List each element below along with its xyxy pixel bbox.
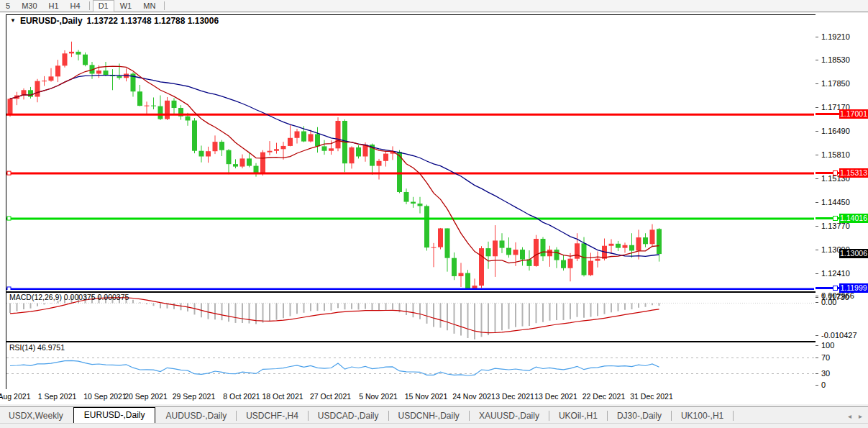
- tab-eurusd-daily[interactable]: EURUSD-,Daily: [73, 407, 156, 424]
- price-tick-mark: [816, 60, 818, 60]
- tab-dj30-daily[interactable]: DJ30-,Daily: [608, 409, 670, 424]
- rsi-pane[interactable]: [6, 342, 816, 391]
- date-label: 31 Dec 2021: [630, 392, 673, 401]
- macd-label: MACD(12,26,9) 0.000375 0.000375: [9, 293, 129, 301]
- chart-symbol-label: EURUSD-,Daily: [20, 16, 83, 26]
- price-tick: 1.19210: [821, 32, 850, 41]
- tab-usdcnh-daily[interactable]: USDCNH-,Daily: [390, 409, 468, 424]
- price-tick-mark: [816, 37, 818, 37]
- timeframe-button-mn[interactable]: MN: [137, 0, 161, 12]
- price-tick: 1.12410: [821, 269, 850, 278]
- toolbar-separator: [89, 1, 90, 10]
- tab-scroll-arrows: ◂▸: [848, 412, 868, 424]
- macd-tick-mark: [816, 302, 818, 303]
- hline-price-label: 1.11999: [839, 283, 868, 293]
- price-tick: 1.17850: [821, 79, 850, 88]
- main-price-pane[interactable]: [6, 14, 816, 292]
- tab-separator: [469, 411, 470, 421]
- date-label: 1 Sep 2021: [38, 392, 77, 401]
- rsi-canvas[interactable]: [6, 342, 814, 388]
- price-tick: 1.16490: [821, 127, 850, 135]
- tab-separator: [733, 411, 734, 421]
- tab-scroll-right-icon[interactable]: ▸: [859, 412, 862, 420]
- tab-separator: [388, 411, 389, 421]
- tab-usdx-weekly[interactable]: USDX,Weekly: [0, 409, 72, 424]
- tab-uk100-h1[interactable]: UK100-,H1: [672, 409, 732, 424]
- date-label: 10 Sep 2021: [83, 392, 127, 401]
- rsi-tick: 70: [821, 353, 830, 362]
- rsi-tick-mark: [816, 385, 818, 386]
- tab-usdcad-daily[interactable]: USDCAD-,Daily: [309, 409, 388, 424]
- price-tick-mark: [816, 202, 818, 203]
- timeframe-button-5[interactable]: 5: [0, 0, 16, 12]
- date-label: 15 Nov 2021: [405, 392, 448, 401]
- date-axis[interactable]: 23 Aug 20211 Sep 202110 Sep 202120 Sep 2…: [0, 389, 868, 404]
- rsi-tick-mark: [816, 345, 818, 346]
- price-tick-mark: [816, 178, 818, 179]
- chart-dropdown-icon[interactable]: ▼: [10, 17, 16, 24]
- rsi-label: RSI(14) 46.9751: [9, 343, 65, 352]
- toolbar-separator: [164, 1, 165, 10]
- rsi-tick-mark: [816, 358, 818, 358]
- price-tick-mark: [816, 297, 818, 298]
- rsi-tick: 0: [821, 381, 826, 389]
- date-label: 8 Oct 2021: [223, 392, 260, 401]
- tab-ukoil-h1[interactable]: UKOil-,H1: [550, 409, 606, 424]
- date-label: 24 Nov 2021: [452, 392, 495, 401]
- timeframe-button-m30[interactable]: M30: [16, 0, 42, 12]
- tab-separator: [308, 411, 309, 421]
- tab-usdchf-h4[interactable]: USDCHF-,H4: [237, 409, 307, 424]
- macd-tick-mark: [816, 335, 818, 336]
- rsi-tick: 30: [821, 369, 830, 378]
- price-tick-mark: [816, 226, 818, 227]
- chart-window: ▼ EURUSD-,Daily 1.13722 1.13748 1.12788 …: [0, 13, 868, 404]
- price-tick: 1.15810: [821, 150, 850, 159]
- hline-handle[interactable]: [833, 170, 838, 176]
- date-label: 29 Sep 2021: [173, 392, 216, 401]
- tab-separator: [671, 411, 672, 421]
- tab-audusd-daily[interactable]: AUDUSD-,Daily: [157, 409, 235, 424]
- price-tick-mark: [816, 131, 818, 132]
- timeframe-button-h4[interactable]: H4: [65, 0, 86, 12]
- rsi-tick: 100: [821, 341, 834, 350]
- status-bar: [0, 423, 868, 428]
- price-tick-mark: [816, 250, 818, 250]
- date-label: 20 Sep 2021: [124, 392, 168, 401]
- tab-separator: [549, 411, 549, 421]
- candlestick-canvas[interactable]: [6, 15, 814, 290]
- hline-handle[interactable]: [833, 286, 838, 291]
- price-scale[interactable]: 1.192101.185301.178501.171701.164901.158…: [816, 13, 868, 404]
- tab-separator: [607, 411, 608, 421]
- chart-tabs-bar: USDX,WeeklyEURUSD-,DailyAUDUSD-,DailyUSD…: [0, 406, 868, 424]
- date-label: 18 Oct 2021: [262, 392, 303, 401]
- chart-ohlc-values: 1.13722 1.13748 1.12788 1.13006: [87, 16, 219, 26]
- price-tick: 1.13770: [821, 222, 850, 230]
- hline-price-label: 1.17001: [839, 109, 868, 119]
- current-price-label: 1.13006: [839, 249, 868, 258]
- timeframe-button-d1[interactable]: D1: [93, 0, 114, 12]
- timeframe-toolbar: 5M30H1H4D1W1MN: [0, 0, 868, 12]
- price-tick: 1.14450: [821, 198, 850, 206]
- price-tick-mark: [816, 273, 818, 274]
- date-label: 23 Aug 2021: [0, 392, 30, 401]
- tab-scroll-left-icon[interactable]: ◂: [848, 412, 851, 420]
- date-label: 3 Dec 2021: [495, 392, 534, 401]
- date-label: 22 Dec 2021: [583, 392, 626, 401]
- hline-price-label: 1.15313: [839, 168, 868, 178]
- macd-tick-mark: [816, 296, 818, 296]
- hline-handle[interactable]: [833, 216, 838, 221]
- chart-title: ▼ EURUSD-,Daily 1.13722 1.13748 1.12788 …: [10, 16, 219, 26]
- timeframe-button-w1[interactable]: W1: [114, 0, 138, 12]
- tab-xauusd-daily[interactable]: XAUUSD-,Daily: [470, 409, 548, 424]
- price-tick-mark: [816, 155, 818, 155]
- tab-separator: [236, 411, 237, 421]
- date-label: 5 Nov 2021: [359, 392, 398, 401]
- hline-extension: [816, 113, 839, 115]
- price-tick-mark: [816, 83, 818, 84]
- rsi-tick-mark: [816, 373, 818, 374]
- timeframe-button-h1[interactable]: H1: [43, 0, 65, 12]
- price-tick-mark: [816, 107, 818, 108]
- date-label: 13 Dec 2021: [534, 392, 577, 401]
- price-tick: 1.18530: [821, 55, 850, 64]
- date-label: 27 Oct 2021: [310, 392, 351, 401]
